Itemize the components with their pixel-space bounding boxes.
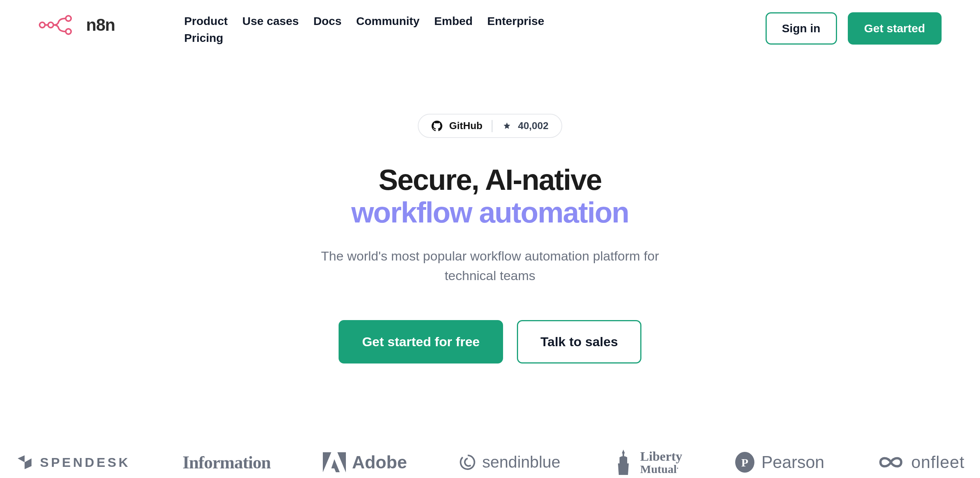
partner-sendinblue-label: sendinblue	[482, 453, 560, 471]
partner-onfleet-label: onfleet	[911, 453, 965, 472]
hero-title-line2: workflow automation	[351, 196, 629, 229]
partner-adobe-label: Adobe	[352, 452, 407, 473]
nav-item-enterprise[interactable]: Enterprise	[487, 15, 544, 28]
partner-pearson-label: Pearson	[761, 453, 824, 472]
hero-title-line1: Secure, AI-native	[379, 163, 601, 196]
n8n-logo-icon	[38, 15, 81, 35]
hero-cta-row: Get started for free Talk to sales	[0, 320, 980, 363]
nav-item-embed[interactable]: Embed	[434, 15, 473, 28]
cta-get-started-free-button[interactable]: Get started for free	[339, 320, 503, 363]
hero-title: Secure, AI-native workflow automation	[0, 163, 980, 229]
partner-spendesk: SPENDESK	[15, 453, 130, 471]
site-header: n8n Product Use cases Docs Community Emb…	[0, 0, 980, 45]
star-icon	[503, 122, 511, 130]
partner-information: Information	[183, 452, 271, 473]
nav-item-docs[interactable]: Docs	[313, 15, 341, 28]
spendesk-icon	[15, 453, 34, 471]
github-icon	[432, 121, 442, 131]
github-star-count: 40,002	[518, 120, 549, 132]
hero-section: GitHub │ 40,002 Secure, AI-native workfl…	[0, 114, 980, 363]
github-stars-pill[interactable]: GitHub │ 40,002	[418, 114, 562, 138]
partner-spendesk-label: SPENDESK	[40, 455, 130, 470]
nav-item-community[interactable]: Community	[356, 15, 420, 28]
main-nav: Product Use cases Docs Community Embed E…	[184, 8, 598, 45]
partner-pearson: P Pearson	[734, 452, 824, 473]
get-started-button[interactable]: Get started	[848, 12, 942, 45]
brand-name: n8n	[86, 15, 115, 35]
pearson-icon: P	[734, 452, 755, 473]
svg-point-3	[66, 29, 71, 34]
partner-information-label: Information	[183, 452, 271, 473]
partner-sendinblue: sendinblue	[459, 453, 560, 471]
sign-in-button[interactable]: Sign in	[766, 12, 837, 45]
brand-logo[interactable]: n8n	[38, 8, 115, 35]
svg-point-1	[48, 22, 53, 28]
liberty-statue-icon	[613, 448, 634, 476]
partner-onfleet: onfleet	[877, 453, 965, 472]
github-separator: │	[489, 120, 495, 132]
partner-logos-row: SPENDESK Information Adobe sendinblue Li…	[0, 448, 980, 476]
sendinblue-icon	[459, 454, 476, 471]
adobe-icon	[323, 452, 346, 472]
svg-point-2	[66, 16, 71, 21]
cta-talk-to-sales-button[interactable]: Talk to sales	[517, 320, 641, 363]
onfleet-infinity-icon	[877, 455, 905, 470]
header-actions: Sign in Get started	[766, 8, 942, 45]
partner-adobe: Adobe	[323, 452, 407, 473]
hero-subtitle: The world's most popular workflow automa…	[313, 246, 667, 285]
partner-liberty-label: Liberty Mutual.	[640, 450, 683, 475]
nav-item-pricing[interactable]: Pricing	[184, 32, 598, 45]
nav-item-product[interactable]: Product	[184, 15, 228, 28]
partner-liberty-mutual: Liberty Mutual.	[613, 448, 683, 476]
svg-point-0	[40, 22, 45, 28]
svg-text:P: P	[741, 456, 748, 469]
github-label: GitHub	[449, 120, 483, 132]
nav-item-use-cases[interactable]: Use cases	[243, 15, 299, 28]
